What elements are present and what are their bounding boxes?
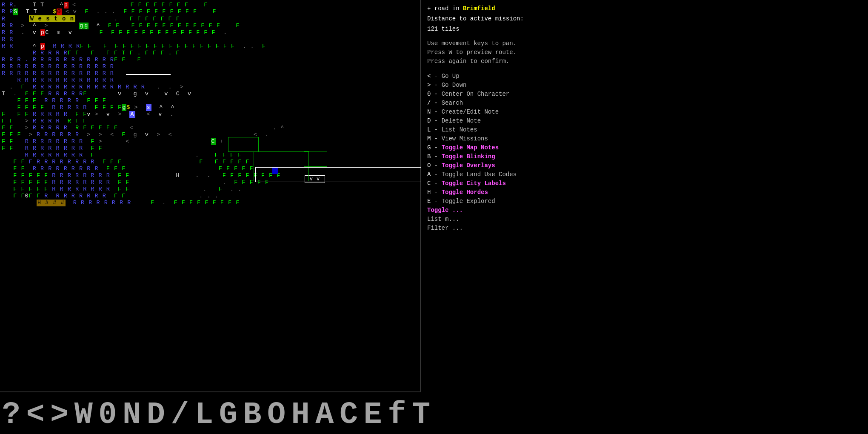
sidebar: + road in Brimfield Distance to active m… [421,0,868,434]
key-action: Toggle Blinking [442,153,495,160]
hints-section: Use movement keys to pan. Press W to pre… [427,39,862,66]
distance-value: 121 tiles [427,25,862,33]
key-separator: - [431,135,441,142]
key-separator: - [431,73,441,80]
key-item-9: B - Toggle Blinking [427,152,862,161]
key-action: Go Down [442,82,467,89]
key-item-4: N - Create/Edit Note [427,108,862,117]
bottom-bar-char-1[interactable]: < [26,397,46,432]
key-action: Toggle Land Use Codes [442,171,517,178]
map-area[interactable]: R R. T T ^p < F F F F F F F F F R RS T T… [0,0,421,434]
map-display: R R. T T ^p < F F F F F F F F F R RS T T… [0,0,286,208]
location-prefix: + road in [427,5,463,12]
distance-label: Distance to active mission: [427,14,862,23]
key-action: Center On Character [442,91,510,97]
key-item-more-2: Filter ... [427,224,862,233]
key-separator: - [431,82,441,89]
hint-3: Press again to confirm. [427,57,862,66]
key-action: Toggle Overlays [442,162,495,169]
bottom-bar-char-14[interactable]: C [340,397,360,432]
location-info: + road in Brimfield [427,4,862,13]
bottom-bar-char-8[interactable]: L [195,397,215,432]
key-separator: - [431,180,441,187]
key-item-6: L - List Notes [427,126,862,134]
bottom-bar-char-15[interactable]: E [364,397,384,432]
weston-label: W e s t o n [29,15,75,22]
hint-1: Use movement keys to pan. [427,39,862,48]
bottom-bar-char-6[interactable]: D [147,397,167,432]
key-item-7: M - View Missions [427,134,862,143]
key-action: List Notes [442,126,477,133]
key-action: Toggle Map Notes [442,144,499,151]
hint-2: Press W to preview route. [427,48,862,57]
bottom-bar-char-11[interactable]: O [267,397,287,432]
bottom-bar-char-5[interactable]: N [123,397,143,432]
key-separator: - [431,171,441,178]
key-separator: - [431,117,441,124]
key-item-1: > - Go Down [427,81,862,90]
key-separator: - [431,153,441,160]
key-action: Search [442,100,463,106]
bottom-bar: ?<>W0ND/LGBOHACEfT [0,396,434,434]
key-action: Create/Edit Note [442,108,499,115]
key-action: Toggle City Labels [442,180,506,187]
key-item-11: A - Toggle Land Use Codes [427,170,862,179]
key-separator: - [431,144,441,151]
key-separator: - [431,100,441,106]
bottom-bar-char-17[interactable]: T [412,397,432,432]
key-item-12: C - Toggle City Labels [427,179,862,188]
location-city: Brimfield [463,5,495,12]
key-item-3: / - Search [427,99,862,108]
key-action: Toggle Hordes [442,189,488,196]
bottom-bar-char-4[interactable]: 0 [98,397,118,432]
bottom-bar-char-0[interactable]: ? [2,397,22,432]
key-item-10: O - Toggle Overlays [427,161,862,170]
key-item-14: E - Toggle Explored [427,197,862,206]
bottom-bar-char-2[interactable]: > [50,397,70,432]
bottom-bar-char-3[interactable]: W [74,397,94,432]
bottom-bar-char-10[interactable]: B [243,397,263,432]
bottom-bar-char-7[interactable]: / [171,397,191,432]
bottom-bar-char-16[interactable]: f [388,397,408,432]
key-separator: - [431,162,441,169]
key-action: View Missions [442,135,488,142]
key-action: Toggle Explored [442,198,495,205]
key-separator: - [431,91,441,97]
key-bindings: < - Go Up> - Go Down0 - Center On Charac… [427,72,862,233]
vv-overlay: v v [305,175,325,183]
key-item-8: G - Toggle Map Notes [427,143,862,152]
key-action: Go Up [442,73,460,80]
bottom-bar-char-9[interactable]: G [219,397,239,432]
key-separator: - [431,108,441,115]
bottom-bar-char-13[interactable]: A [315,397,335,432]
key-item-0: < - Go Up [427,72,862,81]
key-item-5: D - Delete Note [427,117,862,126]
bottom-bar-char-12[interactable]: H [291,397,311,432]
key-item-13: H - Toggle Hordes [427,188,862,197]
key-item-more-0: Toggle ... [427,206,862,215]
key-item-more-1: List m... [427,215,862,224]
map-bottom-divider [0,391,421,392]
key-separator: - [431,126,441,133]
cursor-tile [272,167,278,174]
key-action: Delete Note [442,117,481,124]
key-item-2: 0 - Center On Character [427,90,862,99]
key-separator: - [431,198,441,205]
key-separator: - [431,189,441,196]
